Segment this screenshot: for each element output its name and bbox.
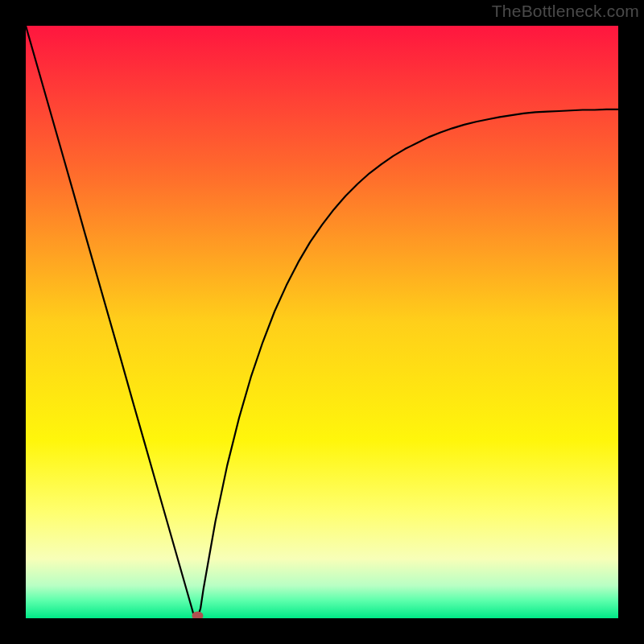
- plot-area: [26, 26, 618, 618]
- watermark-text: TheBottleneck.com: [492, 2, 639, 21]
- chart-frame: TheBottleneck.com: [0, 0, 644, 644]
- bottleneck-curve-chart: [26, 26, 618, 618]
- gradient-background: [26, 26, 618, 618]
